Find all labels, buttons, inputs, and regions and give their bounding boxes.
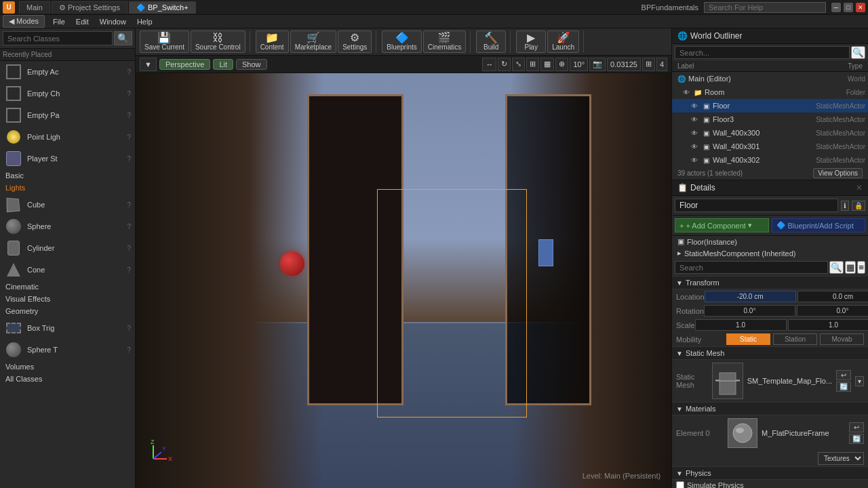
transform-space[interactable]: ⊞ <box>526 58 539 71</box>
details-close-icon[interactable]: ✕ <box>856 183 863 192</box>
menu-file[interactable]: File <box>47 16 71 27</box>
list-item[interactable]: Box Trig ? <box>0 317 135 339</box>
cinematics-button[interactable]: 🎬 Cinematics <box>423 30 466 53</box>
category-lights[interactable]: Lights <box>0 182 135 194</box>
close-button[interactable]: ✕ <box>856 3 865 12</box>
mobility-stationary-button[interactable]: Station <box>773 333 817 345</box>
marketplace-button[interactable]: 🛒 Marketplace <box>290 30 336 53</box>
source-control-button[interactable]: ⛓ Source Control <box>191 30 245 53</box>
snap-icon[interactable]: ⊕ <box>555 58 568 71</box>
lit-button[interactable]: Lit <box>213 59 233 70</box>
scale-x-input[interactable] <box>695 319 787 331</box>
search-classes-button[interactable]: 🔍 <box>114 31 132 45</box>
minimize-button[interactable]: ─ <box>831 3 841 12</box>
perspective-button[interactable]: Perspective <box>159 59 210 70</box>
material-refresh-button[interactable]: 🔄 <box>849 434 864 444</box>
details-lock-button[interactable]: 🔒 <box>852 201 865 211</box>
floor-instance-item[interactable]: ▣ Floor(Instance) <box>672 236 868 247</box>
search-classes-input[interactable] <box>3 31 113 45</box>
list-item[interactable]: Cylinder ? <box>0 237 135 259</box>
details-grid-button[interactable]: ▦ <box>845 261 856 274</box>
list-item[interactable]: Cone ? <box>0 259 135 281</box>
material-browse-button[interactable]: ↩ <box>849 422 864 432</box>
modes-button[interactable]: ◀ Modes <box>3 15 45 28</box>
blueprints-button[interactable]: 🔷 Blueprints <box>382 30 421 53</box>
build-button[interactable]: 🔨 Build <box>476 30 506 53</box>
blueprint-add-script-button[interactable]: 🔷 Blueprint/Add Script <box>772 218 866 232</box>
details-info-button[interactable]: ℹ <box>841 201 849 211</box>
details-search-input[interactable] <box>675 261 828 274</box>
list-item[interactable]: Sphere T ? <box>0 339 135 361</box>
outliner-item-room[interactable]: 👁 📁 Room Folder <box>672 85 868 99</box>
static-mesh-section[interactable]: ▼ Static Mesh <box>672 346 868 360</box>
translate-tool[interactable]: ↔ <box>482 58 496 71</box>
details-options-button[interactable]: ≡ <box>857 261 865 274</box>
rotation-x-input[interactable] <box>704 305 795 317</box>
list-item[interactable]: Player St ? <box>0 148 135 169</box>
help-search-input[interactable] <box>704 2 826 13</box>
mesh-refresh-button[interactable]: 🔄 <box>836 382 851 392</box>
menu-help[interactable]: Help <box>132 16 158 27</box>
viewport[interactable]: X Z Y Level: Main (Persistent) <box>136 73 671 488</box>
physics-section[interactable]: ▼ Physics <box>672 466 868 480</box>
tab-main[interactable]: Main <box>19 1 50 14</box>
add-component-button[interactable]: + + Add Component ▾ <box>675 218 769 232</box>
scale-display[interactable]: 0.03125 <box>607 58 641 71</box>
launch-button[interactable]: 🚀 Launch <box>547 30 579 53</box>
details-name-input[interactable] <box>675 199 838 212</box>
location-x-input[interactable] <box>705 291 796 302</box>
mobility-static-button[interactable]: Static <box>726 333 770 345</box>
category-geometry[interactable]: Geometry <box>0 305 135 317</box>
rotate-tool[interactable]: ↻ <box>498 58 511 71</box>
location-y-input[interactable] <box>797 291 868 302</box>
outliner-item-wall3[interactable]: 👁 ▣ Wall_400x302 StaticMeshActor <box>672 153 868 167</box>
settings-button[interactable]: ⚙ Settings <box>338 30 372 53</box>
details-search-button[interactable]: 🔍 <box>829 261 844 274</box>
list-item[interactable]: Empty Pa ? <box>0 104 135 126</box>
mesh-expand-button[interactable]: ▾ <box>855 376 864 386</box>
save-current-button[interactable]: 💾 Save Current <box>140 30 189 53</box>
category-volumes[interactable]: Volumes <box>0 361 135 373</box>
list-item[interactable]: Sphere ? <box>0 216 135 237</box>
outliner-item-wall1[interactable]: 👁 ▣ Wall_400x300 StaticMeshActor <box>672 126 868 140</box>
outliner-item-floor3[interactable]: 👁 ▣ Floor3 StaticMeshActor <box>672 113 868 126</box>
simulate-physics-checkbox[interactable] <box>676 481 684 488</box>
menu-window[interactable]: Window <box>94 16 132 27</box>
textures-dropdown[interactable]: Textures <box>818 452 864 465</box>
category-basic[interactable]: Basic <box>0 169 135 182</box>
category-cinematic[interactable]: Cinematic <box>0 281 135 293</box>
menu-edit[interactable]: Edit <box>71 16 94 27</box>
maximize-button[interactable]: □ <box>844 3 853 12</box>
viewport-count[interactable]: 4 <box>656 58 667 71</box>
mobility-movable-button[interactable]: Movab <box>820 333 864 345</box>
outliner-item-main[interactable]: 🌐 Main (Editor) World <box>672 72 868 85</box>
tab-bp-switch[interactable]: 🔷 BP_Switch+ <box>129 1 196 14</box>
list-item[interactable]: Empty Ac ? <box>0 61 135 83</box>
camera-icon[interactable]: 📷 <box>589 58 606 71</box>
show-button[interactable]: Show <box>236 59 267 70</box>
category-all-classes[interactable]: All Classes <box>0 373 135 385</box>
outliner-view-options-button[interactable]: View Options <box>813 168 863 178</box>
scale-y-input[interactable] <box>788 319 868 331</box>
category-visual-effects[interactable]: Visual Effects <box>0 293 135 305</box>
rotation-y-input[interactable] <box>797 305 868 317</box>
maximize-viewport[interactable]: ⊞ <box>642 58 655 71</box>
static-mesh-component-item[interactable]: ▸ StaticMeshComponent (Inherited) <box>672 247 868 259</box>
outliner-search-button[interactable]: 🔍 <box>851 46 865 59</box>
content-button[interactable]: 📁 Content <box>256 30 289 53</box>
list-item[interactable]: Cube ? <box>0 194 135 216</box>
outliner-item-wall2[interactable]: 👁 ▣ Wall_400x301 StaticMeshActor <box>672 140 868 153</box>
outliner-search-input[interactable] <box>675 46 850 59</box>
transform-section[interactable]: ▼ Transform <box>672 276 868 289</box>
grid-icon[interactable]: ▦ <box>540 58 554 71</box>
list-item[interactable]: Point Ligh ? <box>0 126 135 148</box>
outliner-item-floor[interactable]: 👁 ▣ Floor StaticMeshActor <box>672 99 868 113</box>
viewport-options-button[interactable]: ▼ <box>140 58 157 71</box>
angle-display[interactable]: 10° <box>570 58 588 71</box>
mesh-browse-button[interactable]: ↩ <box>836 370 851 380</box>
scale-tool[interactable]: ⤡ <box>512 58 525 71</box>
list-item[interactable]: Empty Ch ? <box>0 83 135 104</box>
materials-section[interactable]: ▼ Materials <box>672 402 868 415</box>
tab-project-settings[interactable]: ⚙ Project Settings <box>52 1 127 14</box>
play-button[interactable]: ▶ Play <box>516 30 546 53</box>
